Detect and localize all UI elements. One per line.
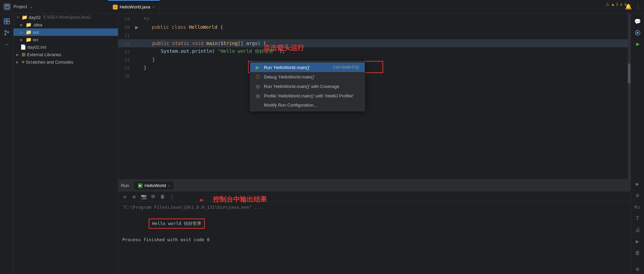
tree-arrow-idea: ▶ <box>20 23 24 27</box>
copy-output-button[interactable]: ⧉ <box>149 193 157 200</box>
main-layout: ⋯ ▼ 📁 day02 E:\IDEA-WorkSpaceJava2 ▶ 📁 .… <box>0 14 644 274</box>
svg-rect-4 <box>4 22 6 24</box>
menu-item-debug[interactable]: ⬡ Debug 'HelloWorld.main()' <box>250 72 365 82</box>
tree-item-scratches[interactable]: ▶ ≡ Scratches and Consoles <box>14 58 118 66</box>
tree-label-src: src <box>33 37 39 42</box>
code-line-23: 23 System.out.println( "Hello world 你好世界… <box>118 47 630 55</box>
line-num-19: 19 <box>118 17 135 22</box>
project-panel: ▼ 📁 day02 E:\IDEA-WorkSpaceJava2 ▶ 📁 .id… <box>14 14 118 274</box>
context-menu: ▶ Run 'HelloWorld.main()' Ctrl+Shift+F10… <box>250 61 365 111</box>
code-editor[interactable]: 19 */ 20 ▶ public class HelloWorld { 点击箭… <box>118 14 630 179</box>
clear-button[interactable]: 🗑 <box>159 193 166 200</box>
warning-badge[interactable]: ⚠ ▲ 1 ∧ ∨ <box>606 2 627 7</box>
right-icon-bottom1[interactable]: ▶ <box>633 179 643 189</box>
project-title[interactable]: Project <box>14 4 27 9</box>
line-num-22: 22 <box>118 41 135 46</box>
tree-item-idea[interactable]: ▶ 📁 .idea <box>14 21 118 28</box>
menu-item-profiler[interactable]: ◎ Profile 'HelloWorld.main()' with 'Inte… <box>250 91 365 100</box>
right-icon-bottom4[interactable]: T <box>633 213 643 223</box>
project-icon <box>3 3 11 10</box>
menu-item-coverage[interactable]: ◎ Run 'HelloWorld.main()' with Coverage <box>250 82 365 91</box>
rerun-button[interactable]: ↺ <box>121 193 128 200</box>
editor-scrollbar[interactable] <box>628 14 630 179</box>
right-icon-run-gutter[interactable] <box>633 39 643 49</box>
lib-icon: ⊞ <box>22 52 26 57</box>
console-toolbar: ↺ ■ 📷 ⧉ 🗑 ⋮ <box>118 191 630 202</box>
svg-rect-2 <box>4 19 6 21</box>
line-content-20: public class HelloWorld { <box>135 24 630 30</box>
code-line-24: 24 } <box>118 55 630 64</box>
tab-helloworld[interactable]: J HelloWorld.java × <box>108 0 160 13</box>
tree-label-scratches: Scratches and Consoles <box>26 60 73 65</box>
menu-item-coverage-label: Run 'HelloWorld.main()' with Coverage <box>264 84 339 89</box>
tree-item-src[interactable]: ▶ 📁 src <box>14 36 118 43</box>
project-dropdown-icon[interactable]: ⌄ <box>30 5 32 8</box>
tree-arrow-src: ▶ <box>20 38 24 42</box>
tab-close-button[interactable]: × <box>152 5 155 9</box>
coverage-menu-icon: ◎ <box>256 84 261 89</box>
line-num-26: 26 <box>118 73 135 78</box>
right-icon-chat[interactable]: 💬 <box>633 16 643 26</box>
right-sidebar: 💬 ▶ ⚙ ≡↓ T 🖨 ▶ 🗑 ⊞ <box>630 14 644 274</box>
out-folder-icon: 📁 <box>26 29 31 35</box>
right-icon-bottom3[interactable]: ≡↓ <box>633 202 643 212</box>
code-line-21: 21 <box>118 31 630 39</box>
tree-item-out[interactable]: ▶ 📁 out <box>14 28 118 36</box>
right-icon-bottom7[interactable]: 🗑 <box>633 248 643 258</box>
svg-point-10 <box>637 32 639 34</box>
code-line-25: 25 } <box>118 64 630 72</box>
warning-down-icon[interactable]: ∨ <box>624 2 627 7</box>
scratches-icon: ≡ <box>22 59 24 65</box>
left-sidebar-icons: ⋯ <box>0 14 14 274</box>
right-icon-bottom6[interactable]: ▶ <box>633 236 643 246</box>
tree-item-external-libs[interactable]: ▶ ⊞ External Libraries <box>14 51 118 58</box>
root-folder-icon: 📁 <box>22 15 27 20</box>
line-content-22: public static void main(String[] args) { <box>135 41 630 46</box>
tree-item-iml[interactable]: 📄 day02.iml <box>14 43 118 51</box>
console-line-3: Process finished with exit code 0 <box>122 236 626 244</box>
menu-item-debug-label: Debug 'HelloWorld.main()' <box>264 74 315 79</box>
svg-point-7 <box>5 34 6 35</box>
bottom-panel: Run ▶ HelloWorld × ↺ ■ 📷 ⧉ 🗑 ⋮ 控制台中输出结果 … <box>118 179 630 274</box>
idea-folder-icon: 📁 <box>26 22 31 27</box>
code-line-26: 26 <box>118 72 630 80</box>
sidebar-project-icon[interactable] <box>2 16 12 26</box>
line-content-19: */ <box>135 16 630 22</box>
iml-file-icon: 📄 <box>20 44 26 50</box>
menu-item-run[interactable]: ▶ Run 'HelloWorld.main()' Ctrl+Shift+F10 <box>250 63 365 72</box>
code-line-20: 20 ▶ public class HelloWorld { <box>118 23 630 31</box>
settings-icon[interactable]: ⋮ <box>635 3 641 10</box>
right-icon-plugin[interactable] <box>633 28 643 38</box>
code-line-19: 19 */ <box>118 15 630 23</box>
scroll-thumb[interactable] <box>628 63 630 84</box>
sidebar-git-icon[interactable] <box>2 28 12 38</box>
tree-arrow-scratches: ▶ <box>16 60 20 64</box>
run-menu-icon: ▶ <box>256 65 261 70</box>
title-bar-right: ⚠ ▲ 1 ∧ ∨ 🔔 ⋮ <box>622 3 644 10</box>
svg-rect-1 <box>6 5 8 6</box>
right-icon-bottom8[interactable]: ⊞ <box>633 264 643 274</box>
run-arrow-icon[interactable]: ▶ <box>135 24 139 30</box>
run-label: Run <box>121 183 133 188</box>
tree-label-external-libs: External Libraries <box>27 52 61 57</box>
line-num-24: 24 <box>118 57 135 62</box>
warning-icon: ⚠ <box>606 2 610 7</box>
profiler-menu-icon: ◎ <box>256 93 261 98</box>
tree-root[interactable]: ▼ 📁 day02 E:\IDEA-WorkSpaceJava2 <box>14 14 118 21</box>
editor-tabs: J HelloWorld.java × <box>108 0 622 13</box>
right-icon-bottom2[interactable]: ⚙ <box>633 190 643 200</box>
right-icon-bottom5[interactable]: 🖨 <box>633 225 643 235</box>
warning-up-icon[interactable]: ∧ <box>620 2 623 7</box>
bottom-tab-helloworld[interactable]: ▶ HelloWorld × <box>134 182 174 189</box>
menu-item-modify[interactable]: Modify Run Configuration... <box>250 100 365 110</box>
screenshot-button[interactable]: 📷 <box>140 193 147 200</box>
bottom-tab-close[interactable]: × <box>168 184 170 188</box>
code-line-22: 22 public static void main(String[] args… <box>118 39 630 47</box>
stop-button[interactable]: ■ <box>130 193 138 200</box>
more-button[interactable]: ⋮ <box>168 193 176 200</box>
line-content-24: } <box>135 57 630 62</box>
tree-arrow-icon: ▼ <box>16 16 20 19</box>
menu-item-modify-label: Modify Run Configuration... <box>264 102 317 108</box>
src-folder-icon: 📁 <box>26 37 31 42</box>
sidebar-more-icon[interactable]: ⋯ <box>2 39 12 49</box>
